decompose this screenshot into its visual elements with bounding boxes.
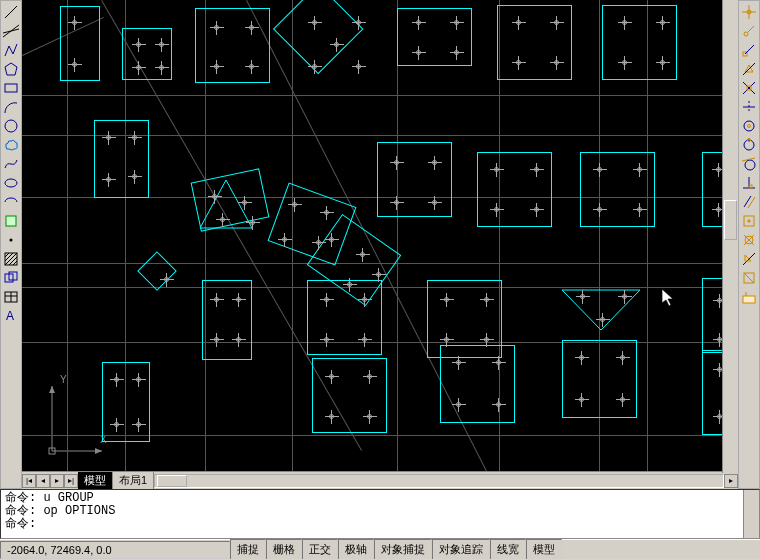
status-bar: -2064.0, 72469.4, 0.0 捕捉栅格正交极轴对象捕捉对象追踪线宽… <box>0 539 760 559</box>
command-panel: 命令: u GROUP 命令: op OPTIONS 命令: <box>0 489 760 539</box>
command-line[interactable]: 命令: u GROUP 命令: op OPTIONS 命令: <box>1 490 743 538</box>
scroll-right-btn[interactable]: ▸ <box>724 474 738 488</box>
svg-point-5 <box>5 120 17 132</box>
quadrant-icon[interactable] <box>740 136 758 154</box>
none-icon[interactable] <box>740 269 758 287</box>
arc-tool[interactable] <box>2 98 20 116</box>
svg-rect-7 <box>6 216 16 226</box>
status-toggle-5[interactable]: 对象追踪 <box>432 539 490 559</box>
status-toggle-6[interactable]: 线宽 <box>490 539 526 559</box>
polygon-tool[interactable] <box>2 60 20 78</box>
svg-marker-29 <box>562 290 640 330</box>
svg-point-34 <box>744 32 748 36</box>
horizontal-scrollbar[interactable] <box>154 474 724 488</box>
perp-icon[interactable] <box>740 174 758 192</box>
svg-point-8 <box>10 239 13 242</box>
tab-nav-last[interactable]: ▸| <box>64 474 78 488</box>
svg-rect-66 <box>743 296 755 303</box>
pline-tool[interactable] <box>2 41 20 59</box>
svg-marker-24 <box>49 386 55 393</box>
parallel-icon[interactable] <box>740 193 758 211</box>
line-tool[interactable] <box>2 3 20 21</box>
svg-point-49 <box>745 160 755 170</box>
status-toggle-0[interactable]: 捕捉 <box>230 539 266 559</box>
svg-rect-53 <box>749 185 752 188</box>
svg-line-65 <box>744 273 754 283</box>
drawing-area-wrap: Y X |◂ ◂ ▸ ▸| 模型 布局1 ▸ <box>22 0 738 489</box>
command-scrollbar[interactable] <box>743 490 759 538</box>
status-toggle-1[interactable]: 栅格 <box>266 539 302 559</box>
table-tool[interactable] <box>2 288 20 306</box>
status-toggle-4[interactable]: 对象捕捉 <box>374 539 432 559</box>
rect-tool[interactable] <box>2 79 20 97</box>
tab-nav-first[interactable]: |◂ <box>22 474 36 488</box>
osnap-settings-icon[interactable] <box>740 288 758 306</box>
center-icon[interactable] <box>740 117 758 135</box>
svg-text:Y: Y <box>60 374 67 385</box>
coords-readout: -2064.0, 72469.4, 0.0 <box>0 541 230 559</box>
tab-layout1[interactable]: 布局1 <box>113 472 154 489</box>
spline-tool[interactable] <box>2 155 20 173</box>
node-icon[interactable] <box>740 231 758 249</box>
status-toggle-7[interactable]: 模型 <box>526 539 562 559</box>
vertical-scrollbar[interactable] <box>722 0 738 473</box>
cursor-icon <box>662 289 676 307</box>
status-toggle-3[interactable]: 极轴 <box>338 539 374 559</box>
svg-point-46 <box>748 125 751 128</box>
svg-line-13 <box>9 257 17 265</box>
svg-rect-4 <box>5 84 17 92</box>
tangent-icon[interactable] <box>740 155 758 173</box>
point-tool[interactable] <box>2 231 20 249</box>
extend-icon[interactable] <box>740 98 758 116</box>
hatch-tool[interactable] <box>2 250 20 268</box>
draw-toolbar: A <box>0 0 22 489</box>
svg-marker-22 <box>95 448 102 454</box>
ellipse-arc-tool[interactable] <box>2 193 20 211</box>
block-tool[interactable] <box>2 212 20 230</box>
revcloud-tool[interactable] <box>2 136 20 154</box>
svg-line-11 <box>5 253 13 261</box>
circle-tool[interactable] <box>2 117 20 135</box>
svg-text:A: A <box>6 309 14 323</box>
snap-from-icon[interactable] <box>740 22 758 40</box>
tab-nav-prev[interactable]: ◂ <box>36 474 50 488</box>
midpoint-icon[interactable] <box>740 60 758 78</box>
tab-model[interactable]: 模型 <box>78 472 113 489</box>
svg-line-14 <box>13 261 17 265</box>
insert-icon[interactable] <box>740 212 758 230</box>
region-tool[interactable] <box>2 269 20 287</box>
svg-line-0 <box>5 6 17 18</box>
svg-line-35 <box>748 26 754 32</box>
mtext-tool[interactable]: A <box>2 307 20 325</box>
status-toggle-2[interactable]: 正交 <box>302 539 338 559</box>
drawing-canvas[interactable]: Y X <box>22 0 738 471</box>
ellipse-tool[interactable] <box>2 174 20 192</box>
svg-line-2 <box>3 29 19 33</box>
intersect-icon[interactable] <box>740 79 758 97</box>
svg-line-37 <box>745 45 754 54</box>
svg-point-6 <box>5 179 17 187</box>
model-tab-bar: |◂ ◂ ▸ ▸| 模型 布局1 ▸ <box>22 471 738 489</box>
svg-point-45 <box>744 121 754 131</box>
temp-track-icon[interactable] <box>740 3 758 21</box>
svg-marker-30 <box>662 289 673 306</box>
svg-marker-3 <box>5 63 17 75</box>
osnap-toolbar <box>738 0 760 489</box>
endpoint-icon[interactable] <box>740 41 758 59</box>
svg-line-10 <box>5 253 9 257</box>
xline-tool[interactable] <box>2 22 20 40</box>
tab-nav-next[interactable]: ▸ <box>50 474 64 488</box>
nearest-icon[interactable] <box>740 250 758 268</box>
